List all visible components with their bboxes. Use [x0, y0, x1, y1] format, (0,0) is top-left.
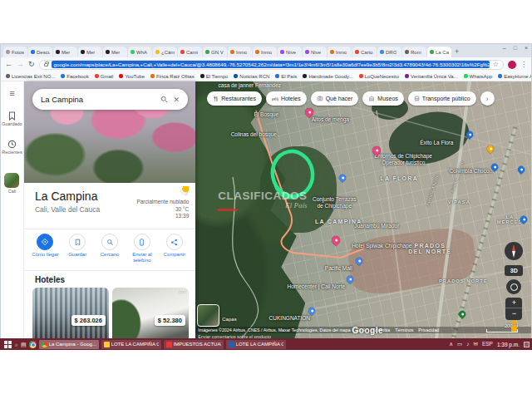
attribution-link[interactable]: Privacidad: [418, 328, 439, 332]
map-pin[interactable]: [308, 308, 315, 314]
map-pin[interactable]: [466, 131, 473, 138]
tray-chevron-icon[interactable]: ∧: [449, 342, 453, 347]
hotel-card[interactable]: $ 263.026: [32, 288, 109, 339]
bookmark-item[interactable]: El País: [275, 74, 297, 79]
notification-center-icon[interactable]: [524, 342, 530, 347]
tray-display-icon[interactable]: ▭: [457, 342, 462, 347]
hotel-card[interactable]: ⋯ $ 52.380: [112, 288, 189, 339]
close-button[interactable]: ×: [525, 45, 528, 51]
map-pin[interactable]: [305, 108, 313, 116]
bookmark-item[interactable]: EasyHome Agenda...: [498, 74, 531, 79]
forward-button[interactable]: →: [17, 61, 24, 68]
bookmark-item[interactable]: WhatsApp: [464, 74, 493, 79]
taskbar-button[interactable]: LOTE LA CAMPIÑA C...: [226, 340, 286, 349]
reload-button[interactable]: ↻: [28, 61, 35, 68]
chip-museums[interactable]: Museos: [362, 91, 404, 106]
directions-button[interactable]: Cómo llegar: [29, 232, 61, 268]
tray-mail-icon[interactable]: ✉: [473, 342, 477, 347]
browser-tab[interactable]: La Ca: [427, 47, 451, 57]
zoom-in-button[interactable]: +: [505, 298, 522, 308]
chip-restaurants[interactable]: Restaurantes: [207, 91, 262, 106]
pegman-street-view[interactable]: [509, 320, 519, 332]
search-icon[interactable]: [160, 96, 168, 103]
browser-tab[interactable]: ¿Cám: [153, 47, 177, 57]
browser-tab[interactable]: Nive: [278, 47, 302, 57]
map-pin[interactable]: [487, 145, 494, 152]
url-text[interactable]: google.com/maps/place/La+Campina,+Cali,+…: [52, 61, 490, 68]
map-pin[interactable]: [332, 236, 340, 244]
zoom-out-button[interactable]: −: [505, 308, 522, 319]
attribution-link[interactable]: Términos: [395, 328, 413, 332]
task-view-icon[interactable]: ▤: [21, 342, 27, 347]
rail-profile-thumbnail[interactable]: [4, 173, 19, 188]
search-input[interactable]: La Campina: [41, 95, 155, 104]
map-pin[interactable]: [372, 146, 381, 155]
map-pin[interactable]: [459, 311, 466, 318]
chip-things-to-do[interactable]: Qué hacer: [311, 91, 359, 106]
map-pin[interactable]: [491, 164, 498, 170]
map-pin[interactable]: [520, 216, 527, 223]
bookmark-item[interactable]: Finca Raiz Ofitas: [150, 74, 195, 79]
maximize-button[interactable]: □: [514, 45, 517, 51]
browser-tab[interactable]: Rom: [402, 47, 426, 57]
share-button[interactable]: Compartir: [159, 232, 190, 268]
menu-hamburger-icon[interactable]: ≡: [1, 88, 23, 98]
nearby-button[interactable]: Cercano: [94, 232, 126, 268]
new-tab-button[interactable]: +: [455, 47, 459, 57]
taskbar-button[interactable]: IMPUESTOS ACTUAL...: [164, 340, 224, 349]
taskbar-button[interactable]: LOTE LA CAMPIÑA C...: [101, 340, 161, 349]
browser-menu-icon[interactable]: ⋮: [520, 61, 527, 68]
browser-tab[interactable]: Descu: [28, 47, 52, 57]
chrome-taskbar-icon[interactable]: [29, 341, 37, 348]
bookmark-item[interactable]: Gmail: [95, 74, 114, 79]
browser-tab[interactable]: DRO: [377, 47, 401, 57]
browser-tab[interactable]: Carto: [352, 47, 377, 57]
browser-tab[interactable]: WhA: [128, 47, 152, 57]
3d-toggle-button[interactable]: 3D: [505, 265, 523, 276]
tray-clock[interactable]: 1:39 p.m.: [497, 342, 520, 347]
bookmark-star-icon[interactable]: ☆: [493, 61, 499, 68]
map-pin[interactable]: [347, 276, 353, 283]
layers-thumbnail[interactable]: [197, 304, 219, 327]
browser-tab[interactable]: Fotos: [3, 47, 27, 57]
browser-tab[interactable]: Cami: [178, 47, 202, 57]
browser-tab[interactable]: GN V: [203, 47, 227, 57]
bookmark-item[interactable]: Ventanilla Única Va...: [405, 74, 458, 79]
tray-volume-icon[interactable]: ♪: [466, 342, 469, 347]
browser-tab[interactable]: Mer: [103, 47, 127, 57]
taskbar-search-icon[interactable]: ⌕: [15, 342, 18, 347]
map-pin[interactable]: [356, 258, 362, 264]
bookmark-item[interactable]: Facebook: [61, 74, 88, 79]
send-to-phone-button[interactable]: Enviar al teléfono: [126, 232, 158, 268]
bookmark-item[interactable]: Noticias RCN: [234, 74, 269, 79]
rail-item-recents[interactable]: Recientes: [1, 140, 23, 155]
start-button[interactable]: [2, 339, 12, 349]
bookmark-item[interactable]: El Tiempo: [200, 74, 229, 79]
taskbar-button[interactable]: La Campina - Goog...: [39, 340, 99, 349]
browser-tab[interactable]: Nive: [303, 47, 327, 57]
browser-tab[interactable]: Inmo: [253, 47, 277, 57]
bookmark-item[interactable]: LoQueNecesito: [359, 74, 399, 79]
chip-hotels[interactable]: Hoteles: [266, 91, 307, 106]
browser-tab[interactable]: Inmo: [228, 47, 252, 57]
browser-tab[interactable]: Inmo: [328, 47, 352, 57]
minimize-button[interactable]: –: [503, 45, 506, 51]
bookmark-item[interactable]: Handmade Goody...: [303, 74, 352, 79]
back-button[interactable]: ←: [5, 61, 12, 68]
browser-tab[interactable]: Mer: [78, 47, 102, 57]
chips-more-button[interactable]: ›: [480, 91, 495, 106]
map-canvas[interactable]: casa de janner Fernandez Restaurantes Ho…: [195, 81, 531, 339]
save-button[interactable]: Guardar: [62, 232, 93, 268]
rail-item-saved[interactable]: Guardado: [1, 111, 23, 126]
browser-tab[interactable]: Mer: [53, 47, 77, 57]
address-bar[interactable]: google.com/maps/place/La+Campina,+Cali,+…: [39, 60, 504, 70]
profile-avatar[interactable]: [508, 61, 516, 69]
chip-transit[interactable]: Transporte público: [408, 91, 476, 106]
tray-language-indicator[interactable]: ESP: [482, 342, 493, 347]
bookmark-item[interactable]: YouTube: [119, 74, 145, 79]
bookmark-item[interactable]: Licencias Exit NO...: [6, 74, 55, 79]
close-icon[interactable]: ✕: [173, 96, 180, 104]
map-pin[interactable]: [339, 175, 346, 181]
map-pin[interactable]: [518, 166, 525, 173]
search-box[interactable]: La Campina ✕: [32, 89, 188, 110]
